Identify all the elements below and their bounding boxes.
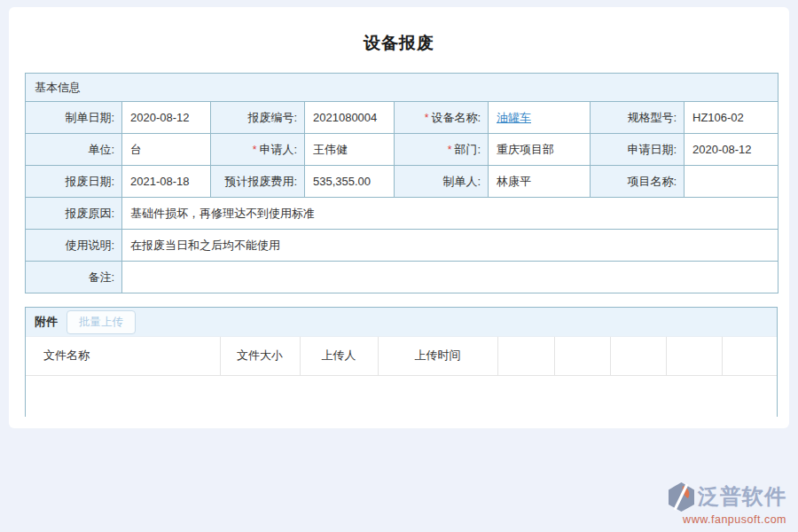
field-value-scrap-no: 2021080004 — [305, 102, 395, 134]
table-row: 使用说明: 在报废当日和之后均不能使用 — [26, 230, 778, 262]
field-value-scrap-date: 2021-08-18 — [122, 166, 211, 198]
field-label-department: *部门: — [395, 134, 489, 166]
table-row: 制单日期: 2020-08-12 报废编号: 2021080004 *设备名称:… — [26, 102, 778, 134]
field-label-making-date: 制单日期: — [26, 102, 122, 134]
field-value-apply-date: 2020-08-12 — [685, 134, 778, 166]
device-name-link[interactable]: 油罐车 — [497, 111, 531, 124]
attachment-header-row: 文件名称 文件大小 上传人 上传时间 — [26, 337, 777, 375]
table-row: 备注: — [26, 262, 778, 293]
table-row: 报废原因: 基础件损坏，再修理达不到使用标准 — [26, 198, 778, 230]
brand-website-link[interactable]: www.fanpusoft.com — [668, 514, 786, 526]
col-header-uploader: 上传人 — [300, 337, 378, 375]
form-card: 设备报废 基本信息 制单日期: 2020-08-12 报废编号: 2021080… — [9, 7, 789, 428]
field-value-estimated-cost: 535,355.00 — [305, 166, 395, 198]
field-label-project-name: 项目名称: — [591, 166, 685, 198]
attachment-header-bar: 附件 批量上传 — [26, 308, 777, 337]
section-header-row: 基本信息 — [26, 74, 778, 102]
field-label-estimated-cost: 预计报废费用: — [211, 166, 305, 198]
basic-info-section-title: 基本信息 — [26, 74, 778, 102]
field-value-spec-model: HZ106-02 — [685, 102, 778, 134]
col-header-file-name: 文件名称 — [26, 337, 220, 375]
field-label-device-name: *设备名称: — [395, 102, 489, 134]
field-label-scrap-no: 报废编号: — [211, 102, 305, 134]
col-header-empty — [610, 337, 666, 375]
field-label-maker: 制单人: — [395, 166, 489, 198]
field-value-project-name — [685, 166, 778, 198]
col-header-file-size: 文件大小 — [220, 337, 300, 375]
col-header-empty — [554, 337, 610, 375]
required-marker: * — [425, 112, 429, 124]
field-value-department: 重庆项目部 — [489, 134, 591, 166]
field-value-maker: 林康平 — [489, 166, 591, 198]
page-title: 设备报废 — [9, 7, 789, 55]
field-value-scrap-reason: 基础件损坏，再修理达不到使用标准 — [122, 198, 778, 230]
brand-name: 泛普软件 — [698, 486, 786, 507]
field-label-scrap-reason: 报废原因: — [26, 198, 122, 230]
col-header-empty — [722, 337, 777, 375]
field-value-usage-note: 在报废当日和之后均不能使用 — [122, 230, 778, 262]
required-marker: * — [448, 144, 452, 156]
field-label-spec-model: 规格型号: — [591, 102, 685, 134]
basic-info-table: 基本信息 制单日期: 2020-08-12 报废编号: 2021080004 *… — [25, 73, 778, 293]
field-value-applicant: 王伟健 — [305, 134, 395, 166]
fanpu-logo: 泛普软件 www.fanpusoft.com — [668, 481, 786, 526]
col-header-empty — [666, 337, 722, 375]
field-value-unit: 台 — [122, 134, 211, 166]
attachment-section-title: 附件 — [35, 314, 58, 330]
batch-upload-button[interactable]: 批量上传 — [66, 310, 136, 334]
attachment-empty-body — [26, 376, 777, 417]
table-row: 报废日期: 2021-08-18 预计报废费用: 535,355.00 制单人:… — [26, 166, 778, 198]
attachment-table: 文件名称 文件大小 上传人 上传时间 — [26, 337, 777, 376]
required-marker: * — [253, 144, 257, 156]
field-value-remark — [122, 262, 778, 293]
field-label-scrap-date: 报废日期: — [26, 166, 122, 198]
attachment-section: 附件 批量上传 文件名称 文件大小 上传人 上传时间 — [25, 307, 778, 417]
fanpu-logo-icon — [668, 481, 695, 512]
field-label-applicant: *申请人: — [211, 134, 305, 166]
field-value-making-date: 2020-08-12 — [122, 102, 211, 134]
field-label-remark: 备注: — [26, 262, 122, 293]
col-header-empty — [497, 337, 554, 375]
field-label-unit: 单位: — [26, 134, 122, 166]
col-header-upload-time: 上传时间 — [378, 337, 497, 375]
field-label-apply-date: 申请日期: — [591, 134, 685, 166]
table-row: 单位: 台 *申请人: 王伟健 *部门: 重庆项目部 申请日期: 2020-08… — [26, 134, 778, 166]
field-label-usage-note: 使用说明: — [26, 230, 122, 262]
field-value-device-name: 油罐车 — [489, 102, 591, 134]
